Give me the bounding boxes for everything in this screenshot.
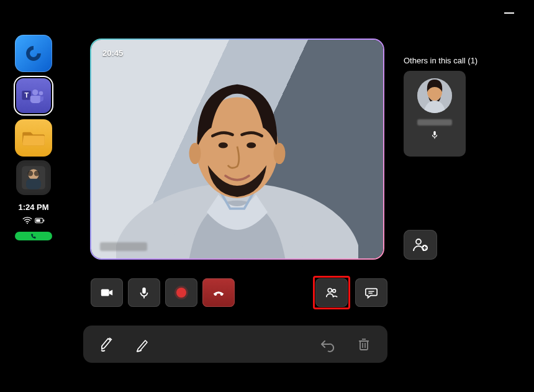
svg-point-2 [32, 89, 38, 95]
people-icon [325, 286, 338, 299]
svg-rect-12 [43, 220, 44, 222]
hang-up-icon [212, 286, 225, 299]
highlighter-icon[interactable] [98, 335, 115, 353]
speaker-name-obscured [100, 242, 147, 251]
status-icons [22, 217, 45, 224]
people-button[interactable] [315, 278, 348, 307]
svg-point-19 [247, 142, 256, 148]
app-sidebar: T 1:24 PM [14, 35, 53, 240]
call-controls [91, 278, 235, 307]
participant-avatar [417, 78, 452, 113]
svg-point-23 [328, 288, 332, 292]
call-duration: 20:45 [102, 48, 123, 58]
call-controls-secondary [313, 276, 387, 309]
others-in-call-label: Others in this call (1) [404, 56, 477, 65]
participant-tile[interactable] [404, 71, 466, 157]
app-tile-contact[interactable] [16, 160, 51, 195]
svg-point-9 [34, 171, 40, 176]
svg-rect-21 [142, 288, 146, 294]
active-speaker-video: 20:45 [90, 39, 384, 260]
svg-point-10 [27, 222, 28, 224]
svg-rect-29 [433, 131, 436, 135]
microphone-icon [137, 286, 151, 299]
svg-point-18 [219, 142, 228, 148]
svg-rect-7 [26, 179, 41, 189]
app-tile-teams-selected[interactable]: T [14, 76, 53, 116]
undo-icon[interactable] [319, 335, 337, 353]
folder-icon [22, 129, 45, 147]
trash-icon[interactable] [355, 335, 373, 353]
battery-icon [35, 217, 45, 224]
participant-name-obscured [417, 119, 452, 125]
record-icon [176, 288, 186, 298]
svg-point-24 [333, 289, 336, 293]
add-person-button[interactable] [404, 230, 437, 260]
svg-text:T: T [24, 91, 29, 99]
teams-icon: T [21, 87, 46, 104]
clock-label: 1:24 PM [18, 203, 48, 212]
add-person-icon [412, 237, 428, 252]
minimize-button[interactable] [504, 12, 514, 14]
wifi-icon [22, 217, 32, 224]
svg-point-17 [274, 143, 286, 164]
app-tile-files[interactable] [15, 119, 52, 157]
participant-mic-icon [431, 130, 438, 139]
loop-icon [23, 43, 44, 64]
svg-rect-20 [101, 289, 109, 296]
svg-rect-13 [36, 219, 40, 222]
camera-button[interactable] [91, 278, 123, 307]
people-button-highlight [313, 276, 350, 309]
app-tile-loop[interactable] [15, 35, 52, 72]
chat-icon [364, 286, 378, 299]
speaker-portrait [116, 60, 358, 258]
svg-point-8 [28, 171, 34, 176]
svg-rect-35 [360, 341, 368, 350]
svg-point-3 [39, 91, 43, 96]
mic-button[interactable] [128, 278, 160, 307]
pen-icon[interactable] [134, 335, 152, 353]
svg-point-16 [189, 143, 201, 164]
ink-toolbar [83, 326, 387, 363]
active-call-pill[interactable] [15, 232, 52, 240]
hang-up-button[interactable] [202, 278, 235, 307]
chat-button[interactable] [355, 278, 387, 307]
svg-point-31 [416, 239, 421, 244]
record-button[interactable] [165, 278, 197, 307]
phone-icon [30, 233, 37, 239]
avatar-thumbnail [19, 163, 48, 193]
camera-icon [100, 286, 114, 299]
